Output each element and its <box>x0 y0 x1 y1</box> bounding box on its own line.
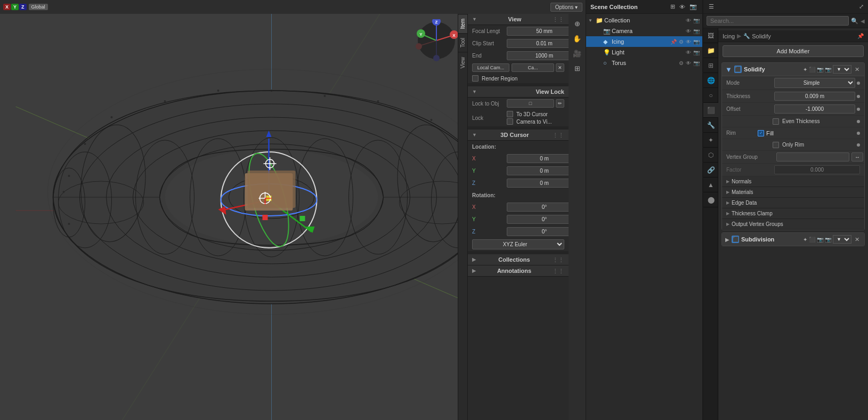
prop-menu-icon[interactable]: ☰ <box>708 3 715 11</box>
property-search-input[interactable] <box>707 16 849 26</box>
transform-space[interactable]: Global <box>29 4 48 10</box>
icing-render[interactable]: 📷 <box>693 39 700 45</box>
loc-y-input[interactable] <box>507 166 569 175</box>
loc-x-input[interactable] <box>507 154 569 163</box>
prop-maximize-icon[interactable]: ⤢ <box>859 3 864 10</box>
outliner-collection[interactable]: ▼ 📁 Collection 👁 📷 <box>586 15 702 26</box>
zoom-icon[interactable]: ⊕ <box>571 17 583 30</box>
prop-tab-constraints[interactable]: 🔗 <box>703 163 718 177</box>
even-thickness-checkbox[interactable] <box>773 118 779 125</box>
cam-button[interactable]: Ca... <box>512 63 554 72</box>
camera-eye[interactable]: 👁 <box>685 28 692 34</box>
cursor-section-header[interactable]: ▼ 3D Cursor ⋮⋮ <box>468 130 569 141</box>
prop-tab-render[interactable]: 🖼 <box>703 28 718 43</box>
icing-modifier[interactable]: ⚙ <box>678 39 684 45</box>
subdivision-mode-dropdown[interactable]: ▼ <box>833 235 851 244</box>
vertex-group-input[interactable] <box>776 152 849 161</box>
edge-data-section[interactable]: ▶ Edge Data <box>722 198 864 208</box>
solidify-visibility-icon[interactable]: ✦ <box>803 67 807 72</box>
mode-select[interactable]: Simple <box>774 78 855 88</box>
view-section-header[interactable]: ▼ View ⋮⋮ <box>468 14 569 25</box>
prop-tab-material[interactable]: ⬤ <box>703 192 718 207</box>
icing-eye[interactable]: 👁 <box>685 39 692 45</box>
rot-x-input[interactable] <box>507 203 569 212</box>
torus-modifier[interactable]: ⚙ <box>678 60 684 66</box>
outliner-eye-icon[interactable]: 👁 <box>678 3 686 11</box>
loc-z-input[interactable] <box>507 179 569 188</box>
n-tab-tool[interactable]: Tool <box>458 33 467 52</box>
outliner-icing[interactable]: ▶ ◆ Icing 📌 ⚙ 👁 📷 <box>586 36 702 47</box>
solidify-close-button[interactable]: ✕ <box>853 66 861 74</box>
y-axis[interactable]: Y <box>11 4 19 10</box>
x-axis[interactable]: X <box>3 4 11 10</box>
collections-header[interactable]: ▶ Collections ⋮⋮ <box>468 254 569 265</box>
annotations-header[interactable]: ▶ Annotations ⋮⋮ <box>468 265 569 277</box>
torus-eye[interactable]: 👁 <box>685 60 692 66</box>
clip-start-input[interactable] <box>507 39 569 48</box>
pan-icon[interactable]: ✋ <box>571 32 583 45</box>
rot-y-input[interactable] <box>507 215 569 224</box>
light-eye[interactable]: 👁 <box>685 50 692 55</box>
prop-tab-modifiers[interactable]: 🔧 <box>703 118 718 133</box>
outliner-light[interactable]: ▶ 💡 Light 👁 📷 <box>586 47 702 58</box>
collection-render[interactable]: 📷 <box>693 18 700 23</box>
outliner-torus[interactable]: ▶ ○ Torus ⚙ 👁 📷 <box>586 58 702 68</box>
solidify-mode-dropdown-header[interactable]: ▼ <box>833 65 851 74</box>
lock-to-obj-button[interactable]: □ <box>507 99 554 108</box>
rot-z-input[interactable] <box>507 227 569 236</box>
solidify-editmode-icon[interactable]: ⬛ <box>809 67 815 72</box>
xyz-euler-select[interactable]: XYZ Euler <box>472 239 564 249</box>
prop-tab-data[interactable]: ▲ <box>703 177 718 192</box>
options-button[interactable]: Options ▾ <box>550 3 582 12</box>
thickness-clamp-section[interactable]: ▶ Thickness Clamp <box>722 208 864 219</box>
breadcrumb-pin-icon[interactable]: 📌 <box>857 33 864 39</box>
search-collapse-icon[interactable]: ◀ <box>861 18 865 24</box>
subdivision-render-icon[interactable]: 📷 <box>817 237 823 243</box>
light-render[interactable]: 📷 <box>693 50 700 55</box>
output-vertex-groups-section[interactable]: ▶ Output Vertex Groups <box>722 219 864 230</box>
subdivision-editmode-icon[interactable]: ⬛ <box>809 237 815 243</box>
subdivision-collapse-arrow[interactable]: ▶ <box>725 237 729 243</box>
solidify-render-icon[interactable]: 📷 <box>817 67 823 72</box>
prop-tab-scene[interactable]: 🌐 <box>703 73 718 88</box>
lock-picker-button[interactable]: ✏ <box>556 99 564 108</box>
vertex-group-transfer-btn[interactable]: ↔ <box>851 152 863 161</box>
focal-length-input[interactable] <box>507 27 569 36</box>
only-rim-checkbox[interactable] <box>773 142 779 148</box>
fill-checkbox[interactable]: ✓ <box>758 130 764 136</box>
outliner-camera[interactable]: ▶ 📷 Camera 👁 📷 <box>586 26 702 36</box>
n-tab-item[interactable]: Item <box>458 14 467 33</box>
solidify-collapse-arrow[interactable]: ▼ <box>725 66 732 74</box>
camera-to-vi-checkbox[interactable] <box>507 118 513 125</box>
collection-eye[interactable]: 👁 <box>685 18 692 23</box>
subdivision-pin-icon[interactable]: 📷 <box>825 237 831 243</box>
cam-close-button[interactable]: ✕ <box>556 63 564 72</box>
thickness-input[interactable] <box>774 92 855 101</box>
icing-pin[interactable]: 📌 <box>670 39 677 45</box>
subdivision-visibility-icon[interactable]: ✦ <box>803 237 807 243</box>
z-axis[interactable]: Z <box>19 4 27 10</box>
prop-tab-physics[interactable]: ⬡ <box>703 148 718 163</box>
view-lock-header[interactable]: ▼ View Lock <box>468 86 569 98</box>
prop-tab-object[interactable]: ⬛ <box>703 103 718 118</box>
grid-icon[interactable]: ⊞ <box>571 62 583 75</box>
end-input[interactable] <box>507 51 569 60</box>
outliner-filter-icon[interactable]: ⊞ <box>669 3 676 11</box>
render-region-checkbox[interactable] <box>472 75 478 82</box>
prop-tab-view[interactable]: ⊞ <box>703 58 718 73</box>
n-tab-view[interactable]: View <box>458 52 467 73</box>
materials-section[interactable]: ▶ Materials <box>722 187 864 198</box>
prop-tab-output[interactable]: 📁 <box>703 43 718 58</box>
to-3d-cursor-checkbox[interactable] <box>507 111 513 117</box>
outliner-render-icon[interactable]: 📷 <box>688 3 698 11</box>
torus-render[interactable]: 📷 <box>693 60 700 66</box>
prop-tab-world[interactable]: ○ <box>703 88 718 103</box>
normals-section[interactable]: ▶ Normals <box>722 176 864 187</box>
camera-icon[interactable]: 🎥 <box>571 47 583 60</box>
navigation-gizmo[interactable]: X Y Z <box>415 19 458 62</box>
add-modifier-button[interactable]: Add Modifier <box>723 45 864 57</box>
local-cam-button[interactable]: Local Cam... <box>472 63 509 72</box>
prop-tab-particles[interactable]: ✦ <box>703 133 718 148</box>
solidify-pin-icon[interactable]: 📷 <box>825 67 831 72</box>
offset-input[interactable] <box>774 104 855 114</box>
